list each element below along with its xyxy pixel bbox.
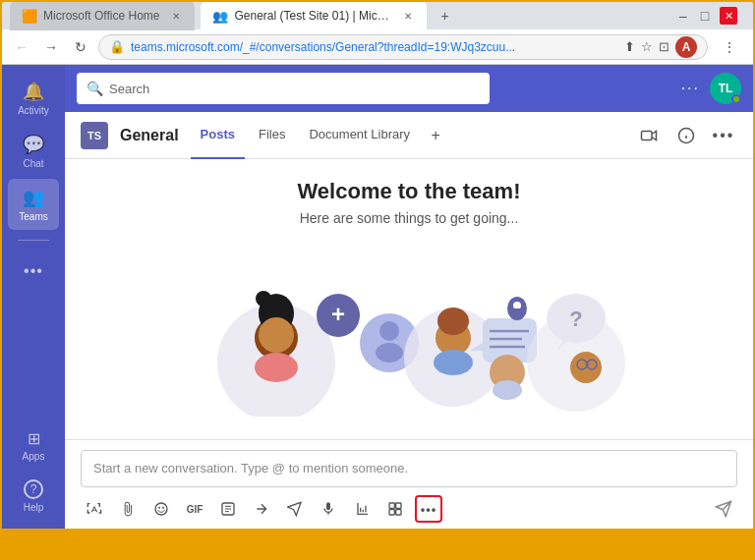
sidebar-item-help-label: Help (24, 502, 44, 513)
channel-more-button[interactable]: ••• (710, 122, 737, 149)
teams-icon: 👥 (23, 187, 44, 208)
tab-office-label: Microsoft Office Home (43, 9, 159, 23)
more-actions-button[interactable]: ••• (415, 495, 442, 523)
sidebar-item-chat-label: Chat (23, 158, 43, 169)
avatar[interactable]: TL (710, 73, 741, 104)
more-icon: ••• (24, 262, 43, 280)
apps-icon: ⊞ (28, 429, 40, 448)
video-call-button[interactable] (635, 122, 663, 149)
tab-files[interactable]: Files (249, 112, 295, 159)
top-search-bar: 🔍 Search ··· TL (65, 65, 753, 112)
channel-name: General (120, 127, 179, 144)
sidebar-item-apps[interactable]: ⊞ Apps (8, 421, 59, 470)
compose-area: Start a new conversation. Type @ to ment… (65, 439, 753, 529)
back-button[interactable]: ← (10, 35, 33, 59)
close-tab-office-icon[interactable]: ✕ (169, 9, 183, 23)
svg-point-39 (158, 507, 160, 509)
svg-rect-0 (642, 131, 653, 140)
close-button[interactable]: ✕ (720, 7, 737, 25)
info-button[interactable] (672, 122, 700, 149)
title-bar: 🟧 Microsoft Office Home ✕ 👥 General (Tes… (2, 2, 753, 29)
sidebar-item-teams[interactable]: 👥 Teams (8, 179, 59, 230)
refresh-button[interactable]: ↻ (69, 35, 92, 59)
help-icon: ? (24, 479, 43, 499)
svg-point-19 (434, 350, 473, 375)
add-tab-button[interactable]: + (424, 124, 447, 147)
svg-point-38 (155, 503, 167, 515)
components-button[interactable] (381, 495, 409, 523)
split-icon[interactable]: ⊡ (659, 39, 669, 54)
send-button[interactable] (710, 495, 737, 523)
compose-toolbar: GIF (81, 495, 737, 523)
emoji-button[interactable] (147, 495, 175, 523)
avatar-status (731, 94, 741, 104)
search-icon: 🔍 (87, 81, 103, 96)
audio-button[interactable] (315, 495, 342, 523)
gif-button[interactable]: GIF (181, 495, 208, 523)
url-bar[interactable]: 🔒 teams.microsoft.com/_#/conversations/G… (98, 34, 708, 60)
sticker-button[interactable] (214, 495, 242, 523)
sidebar-item-more[interactable]: ••• (8, 254, 59, 288)
search-input[interactable]: Search (109, 82, 149, 96)
bookmark-icon[interactable]: ☆ (641, 39, 653, 54)
welcome-area: Welcome to the team! Here are some thing… (65, 159, 753, 439)
team-icon: TS (81, 122, 108, 149)
compose-box[interactable]: Start a new conversation. Type @ to ment… (81, 450, 737, 487)
svg-point-9 (259, 317, 294, 353)
close-tab-teams-icon[interactable]: ✕ (401, 9, 415, 23)
svg-text:?: ? (569, 307, 582, 331)
topbar-more-button[interactable]: ··· (681, 80, 700, 97)
svg-point-40 (162, 507, 164, 509)
svg-rect-42 (389, 503, 394, 508)
attach-button[interactable] (114, 495, 142, 523)
svg-point-15 (376, 343, 403, 363)
minimize-button[interactable]: – (676, 9, 690, 23)
sidebar-item-help[interactable]: ? Help (8, 472, 59, 521)
sidebar-item-apps-label: Apps (23, 451, 45, 462)
more-actions-icon: ••• (421, 502, 437, 517)
gif-label: GIF (187, 504, 203, 515)
tab-office[interactable]: 🟧 Microsoft Office Home ✕ (10, 1, 195, 30)
chat-icon: 💬 (23, 134, 44, 155)
share-icon[interactable]: ⬆ (624, 39, 635, 54)
svg-point-14 (379, 321, 399, 341)
url-text: teams.microsoft.com/_#/conversations/Gen… (131, 40, 618, 54)
welcome-subtitle: Here are some things to get going... (300, 210, 519, 226)
channel-header: TS General Posts Files Document Library … (65, 112, 753, 159)
tab-posts[interactable]: Posts (191, 112, 245, 159)
svg-point-29 (493, 380, 522, 400)
svg-point-18 (437, 308, 469, 335)
channel-tabs: Posts Files Document Library + (191, 112, 447, 159)
tab-teams-label: General (Test Site 01) | Microsof… (234, 9, 391, 23)
profile-icon[interactable]: A (675, 36, 697, 58)
main-content: 🔍 Search ··· TL TS General Posts (65, 65, 753, 529)
forward-button[interactable]: → (39, 35, 63, 59)
sidebar: 🔔 Activity 💬 Chat 👥 Teams ••• ⊞ Apps ? (2, 65, 65, 529)
svg-rect-45 (396, 510, 401, 515)
svg-point-26 (513, 302, 521, 309)
schedule-button[interactable] (248, 495, 275, 523)
search-box[interactable]: 🔍 Search (77, 73, 490, 104)
new-tab-button[interactable]: + (433, 1, 456, 30)
address-bar: ← → ↻ 🔒 teams.microsoft.com/_#/conversat… (2, 29, 753, 65)
sidebar-item-teams-label: Teams (19, 211, 47, 222)
tab-teams[interactable]: 👥 General (Test Site 01) | Microsof… ✕ (201, 1, 427, 30)
teams-app: 🔔 Activity 💬 Chat 👥 Teams ••• ⊞ Apps ? (2, 65, 753, 529)
svg-rect-43 (396, 503, 401, 508)
svg-text:+: + (331, 301, 345, 327)
maximize-button[interactable]: □ (698, 9, 712, 23)
compose-placeholder: Start a new conversation. Type @ to ment… (93, 461, 408, 476)
svg-point-10 (255, 353, 298, 382)
sidebar-item-chat[interactable]: 💬 Chat (8, 126, 59, 177)
activity-icon: 🔔 (23, 81, 44, 102)
tab-document-library[interactable]: Document Library (299, 112, 420, 159)
avatar-initials: TL (719, 82, 733, 95)
browser-menu: ⋮ (714, 35, 745, 59)
sidebar-item-activity[interactable]: 🔔 Activity (8, 73, 59, 124)
chart-button[interactable] (348, 495, 376, 523)
window-controls: – □ ✕ (668, 7, 745, 25)
illustration: + (173, 242, 645, 419)
browser-more-button[interactable]: ⋮ (718, 35, 741, 59)
format-button[interactable] (81, 495, 108, 523)
loop-button[interactable] (281, 495, 309, 523)
